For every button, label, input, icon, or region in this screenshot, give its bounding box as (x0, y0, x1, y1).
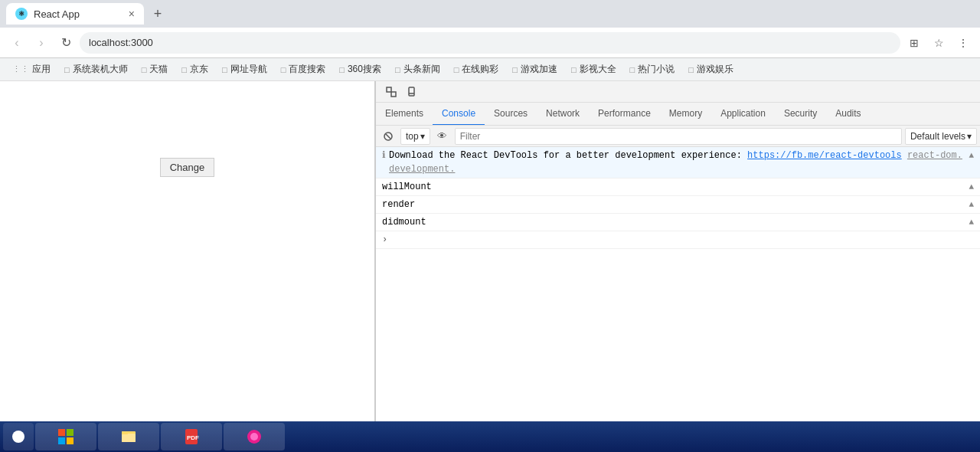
doc-icon-11: □ (630, 65, 635, 74)
tab-elements[interactable]: Elements (376, 103, 433, 126)
console-clear-button[interactable] (379, 127, 397, 146)
browser-tab-react[interactable]: ⚛ React App × (6, 3, 144, 25)
doc-icon-2: □ (142, 65, 147, 74)
info-icon: ℹ (382, 149, 386, 162)
svg-text:PDF: PDF (187, 434, 199, 441)
taskbar-app-browser[interactable] (224, 423, 285, 450)
default-levels-selector[interactable]: Default levels ▾ (905, 128, 977, 145)
console-line-render: render ▲ (376, 196, 980, 214)
bookmark-tmall[interactable]: □ 天猫 (136, 61, 175, 77)
bookmark-jd[interactable]: □ 京东 (175, 61, 214, 77)
bookmark-novel[interactable]: □ 热门小说 (624, 61, 681, 77)
doc-icon-5: □ (281, 65, 286, 74)
devtools-inspect-button[interactable] (382, 83, 400, 101)
tab-audits[interactable]: Audits (826, 103, 870, 126)
console-prompt-line: › (376, 231, 980, 249)
console-line-willmount: willMount ▲ (376, 179, 980, 196)
page-content: Change (0, 81, 375, 452)
tab-performance[interactable]: Performance (589, 103, 660, 126)
console-line-didmount: didmount ▲ (376, 214, 980, 231)
devtools-device-button[interactable] (403, 83, 422, 101)
console-eye-button[interactable]: 👁 (433, 127, 452, 146)
bookmark-lottery[interactable]: □ 在线购彩 (448, 61, 505, 77)
doc-icon: □ (64, 65, 70, 74)
bookmark-game-ent[interactable]: □ 游戏娱乐 (682, 61, 740, 77)
bookmark-icon[interactable]: ☆ (928, 32, 949, 54)
start-button[interactable] (3, 423, 34, 450)
devtools-tabs: Elements Console Sources Network Perform… (376, 103, 980, 126)
svg-rect-1 (391, 92, 396, 97)
doc-icon-12: □ (688, 65, 694, 74)
change-button[interactable]: Change (160, 158, 215, 177)
bookmark-nav[interactable]: □ 网址导航 (216, 61, 273, 77)
new-tab-button[interactable]: + (147, 3, 168, 25)
bookmark-video[interactable]: □ 影视大全 (565, 61, 622, 77)
bookmark-sysinstall[interactable]: □ 系统装机大师 (58, 61, 134, 77)
address-input[interactable] (80, 32, 900, 54)
bookmark-apps[interactable]: ⋮⋮ 应用 (6, 61, 57, 77)
react-devtools-link[interactable]: https://fb.me/react-devtools (747, 150, 902, 161)
chrome-menu-icon[interactable]: ⋮ (952, 32, 974, 54)
refresh-button[interactable]: ↻ (55, 32, 77, 54)
console-filter-input[interactable] (455, 128, 902, 145)
doc-icon-6: □ (339, 65, 345, 74)
svg-point-17 (250, 433, 258, 441)
forward-button[interactable]: › (31, 32, 52, 54)
svg-line-5 (386, 134, 390, 139)
doc-icon-10: □ (571, 65, 577, 74)
svg-point-6 (12, 431, 24, 443)
svg-rect-8 (67, 429, 74, 436)
devtools-toolbar (376, 81, 980, 103)
tab-close-button[interactable]: × (129, 8, 135, 20)
tab-title: React App (34, 8, 122, 20)
prompt-arrow: › (382, 233, 387, 247)
taskbar: PDF (0, 421, 980, 452)
taskbar-app-1[interactable] (35, 423, 96, 450)
console-line-devtools-info: ℹ Download the React DevTools for a bett… (376, 147, 980, 179)
doc-icon-9: □ (512, 65, 518, 74)
doc-icon-8: □ (454, 65, 459, 74)
taskbar-app-files[interactable] (98, 423, 159, 450)
doc-icon-3: □ (181, 65, 187, 74)
address-actions: ⊞ ☆ ⋮ (903, 32, 974, 54)
svg-rect-9 (58, 437, 65, 444)
back-button[interactable]: ‹ (6, 32, 28, 54)
bookmark-toutiao[interactable]: □ 头条新闻 (389, 61, 446, 77)
apps-icon: ⋮⋮ (12, 64, 29, 74)
console-context-selector[interactable]: top ▾ (400, 128, 430, 145)
bookmark-game-speed[interactable]: □ 游戏加速 (506, 61, 564, 77)
devtools-panel: Elements Console Sources Network Perform… (375, 81, 980, 452)
browser-chrome: ⚛ React App × + ‹ › ↻ ⊞ ☆ ⋮ ⋮⋮ 应用 □ 系统装机… (0, 0, 980, 81)
svg-rect-7 (58, 429, 65, 436)
console-output: ℹ Download the React DevTools for a bett… (376, 147, 980, 452)
tab-security[interactable]: Security (775, 103, 826, 126)
address-bar: ‹ › ↻ ⊞ ☆ ⋮ (0, 28, 980, 58)
browser-main: Change Elements Console Sources Netw (0, 81, 980, 452)
bookmarks-bar: ⋮⋮ 应用 □ 系统装机大师 □ 天猫 □ 京东 □ 网址导航 □ 百度搜索 □… (0, 58, 980, 81)
tab-memory[interactable]: Memory (660, 103, 711, 126)
doc-icon-4: □ (222, 65, 227, 74)
translate-icon[interactable]: ⊞ (903, 32, 925, 54)
tab-network[interactable]: Network (537, 103, 589, 126)
svg-rect-13 (122, 431, 128, 434)
taskbar-app-pdf[interactable]: PDF (161, 423, 222, 450)
tab-console[interactable]: Console (433, 103, 485, 126)
svg-rect-0 (387, 87, 391, 92)
tab-application[interactable]: Application (711, 103, 775, 126)
tab-sources[interactable]: Sources (485, 103, 537, 126)
svg-rect-2 (409, 87, 414, 96)
bookmark-baidu[interactable]: □ 百度搜索 (275, 61, 332, 77)
svg-rect-12 (122, 434, 136, 442)
tab-bar: ⚛ React App × + (0, 0, 980, 28)
svg-rect-10 (67, 437, 74, 444)
console-toolbar: top ▾ 👁 Default levels ▾ (376, 126, 980, 147)
tab-favicon: ⚛ (15, 8, 28, 20)
bookmark-360[interactable]: □ 360搜索 (333, 61, 387, 77)
doc-icon-7: □ (395, 65, 400, 74)
